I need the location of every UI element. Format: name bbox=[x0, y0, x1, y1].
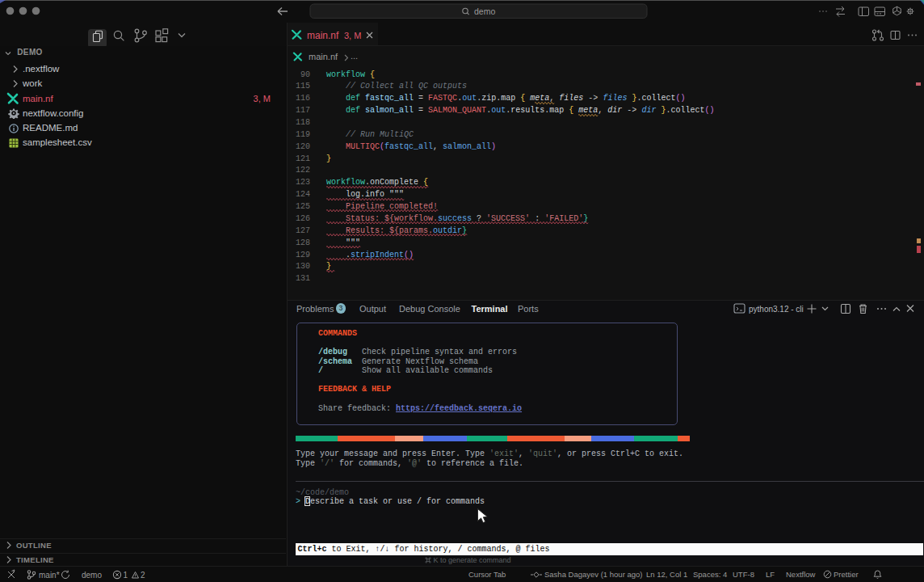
svg-text:demo: demo bbox=[82, 571, 102, 580]
svg-text:1: 1 bbox=[124, 571, 128, 580]
svg-text:demo: demo bbox=[474, 6, 495, 16]
svg-text:main*: main* bbox=[39, 571, 60, 580]
svg-text:2: 2 bbox=[141, 571, 145, 580]
